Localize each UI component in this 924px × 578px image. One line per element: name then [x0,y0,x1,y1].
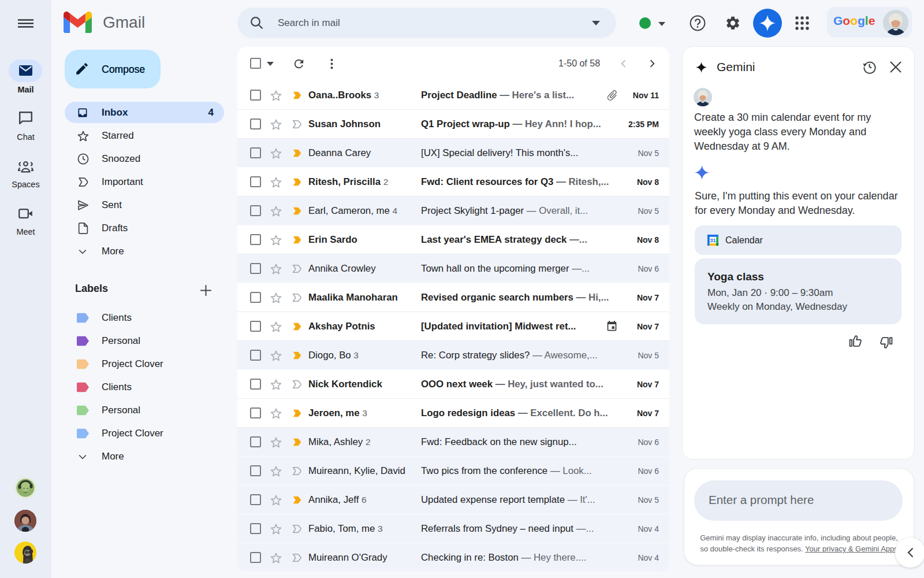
svg-text:31: 31 [710,237,716,243]
